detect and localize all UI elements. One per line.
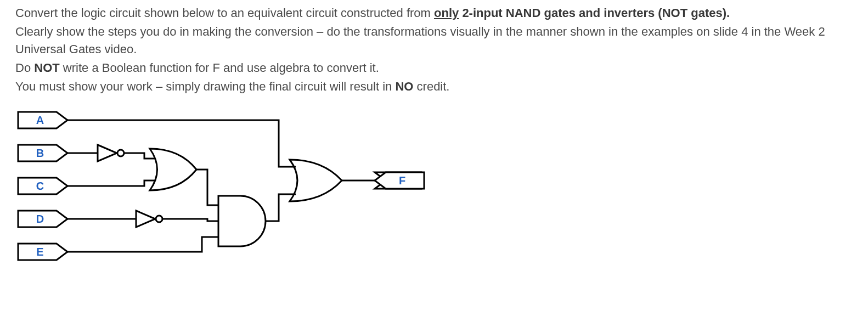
paragraph-2: Clearly show the steps you do in making …	[15, 23, 853, 58]
input-a: A	[18, 112, 67, 128]
p4-suffix: credit.	[413, 80, 449, 93]
input-c: C	[18, 178, 67, 194]
p4-prefix: You must show your work – simply drawing…	[15, 80, 395, 93]
p4-no: NO	[395, 80, 413, 93]
output-f: F	[375, 172, 424, 189]
paragraph-1: Convert the logic circuit shown below to…	[15, 4, 853, 22]
label-f: F	[399, 175, 405, 187]
logic-circuit-diagram: A B C D E	[15, 109, 853, 296]
p3-not: NOT	[34, 61, 59, 75]
p1-bold-after: 2-input NAND gates and inverters (NOT ga…	[459, 6, 730, 20]
problem-statement: Convert the logic circuit shown below to…	[15, 4, 853, 95]
input-d: D	[18, 211, 67, 227]
label-d: D	[36, 213, 44, 225]
not-gate-b	[98, 145, 124, 161]
label-a: A	[36, 115, 44, 127]
p1-only: only	[434, 6, 459, 20]
or-gate-1	[150, 149, 196, 190]
label-e: E	[36, 246, 43, 258]
label-c: C	[36, 180, 44, 193]
p3-prefix: Do	[15, 61, 34, 75]
paragraph-3: Do NOT write a Boolean function for F an…	[15, 59, 853, 77]
label-b: B	[36, 148, 44, 160]
and-gate-1	[218, 196, 266, 246]
input-e: E	[18, 244, 67, 260]
p3-suffix: write a Boolean function for F and use a…	[60, 61, 379, 75]
or-gate-2	[290, 160, 342, 201]
svg-point-1	[156, 216, 162, 222]
p1-prefix: Convert the logic circuit shown below to…	[15, 6, 434, 20]
input-b: B	[18, 145, 67, 161]
svg-point-0	[117, 150, 124, 156]
paragraph-4: You must show your work – simply drawing…	[15, 78, 853, 95]
not-gate-d	[136, 211, 162, 227]
